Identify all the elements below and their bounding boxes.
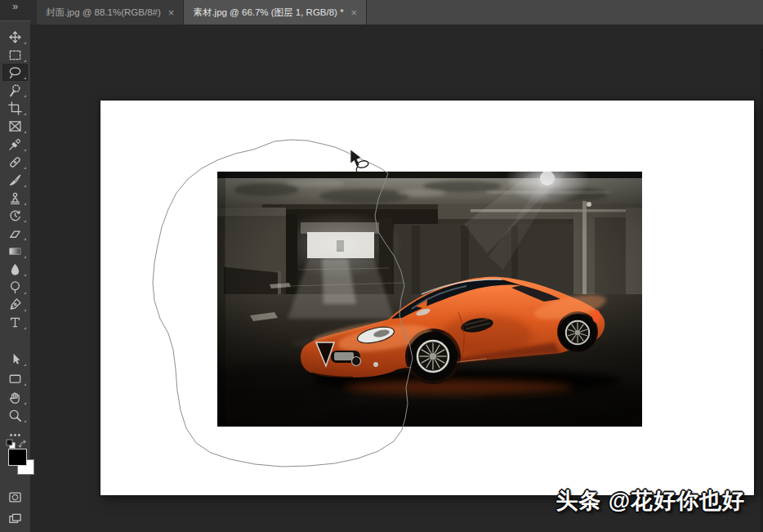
tab-cover-jpg[interactable]: 封面.jpg @ 88.1%(RGB/8#) ×: [37, 0, 184, 25]
tools-panel: [0, 20, 30, 532]
healing-brush-icon: [8, 155, 22, 169]
type-tool-button[interactable]: [2, 314, 28, 331]
zoom-icon: [8, 409, 22, 422]
brush-icon: [8, 173, 22, 187]
path-selection-tool-button[interactable]: [2, 351, 28, 368]
car-photo-layer[interactable]: [217, 172, 642, 427]
lasso-icon: [8, 65, 22, 79]
default-colors-icon: [5, 438, 16, 449]
hand-icon: [8, 391, 22, 405]
marquee-icon: [8, 48, 22, 62]
quick-selection-icon: [8, 83, 22, 97]
frame-icon: [8, 119, 22, 133]
lasso-tool-button[interactable]: [2, 64, 28, 81]
eyedropper-tool-button[interactable]: [2, 136, 28, 153]
blur-tool-button[interactable]: [2, 261, 28, 278]
frame-tool-button[interactable]: [2, 118, 28, 135]
tab-title: 封面.jpg @ 88.1%(RGB/8#): [46, 7, 161, 19]
tab-title: 素材.jpg @ 66.7% (图层 1, RGB/8) *: [193, 7, 343, 19]
toolbar-header: »: [0, 0, 30, 20]
document-tab-bar: 封面.jpg @ 88.1%(RGB/8#) × 素材.jpg @ 66.7% …: [30, 0, 763, 25]
close-icon[interactable]: ×: [351, 7, 358, 18]
type-icon: [8, 315, 22, 329]
clone-stamp-tool-button[interactable]: [2, 190, 28, 207]
brush-tool-button[interactable]: [2, 172, 28, 189]
eraser-icon: [8, 226, 22, 240]
clone-stamp-icon: [8, 191, 22, 205]
blur-icon: [8, 262, 22, 276]
swap-colors-icon: [17, 438, 29, 449]
collapse-toolbar-icon[interactable]: »: [12, 0, 17, 12]
hand-tool-button[interactable]: [2, 389, 28, 406]
healing-brush-tool-button[interactable]: [2, 154, 28, 171]
dodge-tool-button[interactable]: [2, 279, 28, 296]
rectangle-tool-button[interactable]: [2, 370, 28, 387]
zoom-tool-button[interactable]: [2, 407, 28, 424]
default-colors-button[interactable]: [5, 438, 16, 449]
tab-bar-gap: [30, 0, 37, 25]
gradient-tool-button[interactable]: [2, 243, 28, 260]
tab-bar-filler: [367, 0, 763, 25]
watermark-text: 头条 @花好你也好: [556, 486, 745, 516]
move-icon: [8, 30, 22, 44]
crop-icon: [8, 101, 22, 115]
screen-mode-icon: [8, 512, 22, 525]
gradient-icon: [8, 244, 22, 258]
path-selection-icon: [8, 352, 22, 366]
history-brush-tool-button[interactable]: [2, 207, 28, 224]
marquee-tool-button[interactable]: [2, 47, 28, 64]
pen-icon: [8, 297, 22, 311]
quick-mask-button[interactable]: [2, 489, 28, 506]
tab-material-jpg[interactable]: 素材.jpg @ 66.7% (图层 1, RGB/8) * ×: [184, 0, 367, 25]
quick-selection-tool-button[interactable]: [2, 82, 28, 99]
swap-colors-button[interactable]: [17, 438, 29, 449]
rectangle-icon: [8, 372, 22, 386]
dodge-icon: [8, 280, 22, 294]
quick-mask-icon: [8, 490, 22, 504]
crop-tool-button[interactable]: [2, 100, 28, 117]
history-brush-icon: [8, 208, 22, 222]
eraser-tool-button[interactable]: [2, 225, 28, 242]
screen-mode-button[interactable]: [2, 510, 28, 527]
pen-tool-button[interactable]: [2, 296, 28, 313]
close-icon[interactable]: ×: [168, 7, 175, 18]
eyedropper-icon: [8, 137, 22, 151]
move-tool-button[interactable]: [2, 29, 28, 46]
foreground-color-swatch[interactable]: [8, 449, 27, 466]
